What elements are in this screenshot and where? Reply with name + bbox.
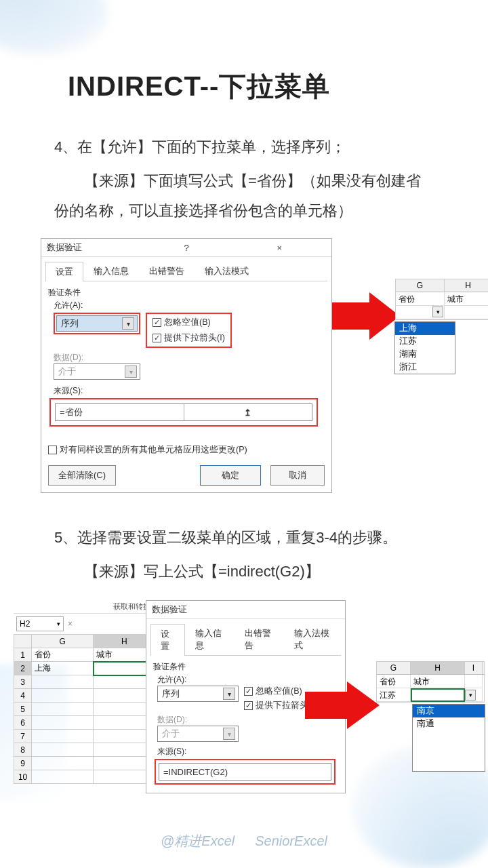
allow-select[interactable]: 序列 ▾ [157,686,239,702]
source-highlight: =INDIRECT(G2) [155,759,336,785]
checkbox-icon [48,446,57,454]
arrow-icon [332,292,400,340]
col-header: G [396,279,445,292]
col-header: I [465,662,483,674]
excel-preview-1: G H 省份 城市 ▾ 上海 江苏 湖南 浙江 [395,279,488,320]
step5-line2: 【来源】写上公式【=indirect(G2)】 [54,557,434,587]
dropdown-item[interactable]: 浙江 [395,361,455,374]
tab-ime[interactable]: 输入法模式 [195,261,259,281]
cell: 江苏 [377,688,411,702]
step4-line2: 【来源】下面填写公式【=省份】（如果没有创建省份的名称，可以直接选择省份包含的单… [54,166,434,226]
name-box[interactable]: H2▾ [16,616,64,631]
excel-mini: 获取和转换 H2▾ × GH 1省份城市 2上海 3 4 5 6 7 8 9 1… [14,600,156,784]
source-input[interactable]: =INDIRECT(G2) [159,763,331,781]
col-header: H [445,279,488,292]
source-highlight: =省份 ↥ [49,398,318,427]
tab-input-msg[interactable]: 输入信息 [83,261,139,281]
data-validation-dialog: 数据验证 ? × 设置 输入信息 出错警告 输入法模式 验证条件 允许(A): … [41,238,332,493]
dropdown-item[interactable]: 上海 [395,322,455,335]
close-icon[interactable]: × [233,243,326,253]
source-label: 来源(S): [54,385,325,397]
cancel-button[interactable]: 取消 [270,465,325,486]
cell [445,306,488,319]
tab-ime[interactable]: 输入法模式 [284,623,341,655]
tab-error-alert[interactable]: 出错警告 [235,623,284,655]
caret-icon: ▾ [122,317,134,330]
caret-icon: ▾ [57,620,60,627]
svg-marker-1 [305,682,380,729]
source-value: =INDIRECT(G2) [159,767,331,777]
dropdown-item[interactable]: 南京 [413,705,485,717]
ok-button[interactable]: 确定 [200,465,261,486]
checkbox-icon: ✓ [152,318,161,327]
data-select[interactable]: 介于▾ [157,726,239,742]
dropdown-item[interactable]: 南通 [413,717,485,730]
col-header: H [411,662,465,674]
cell[interactable]: 省份 [32,648,94,662]
show-dropdown-label: 提供下拉箭头(I) [164,332,225,344]
caret-icon: ▾ [125,366,137,378]
dropdown-item[interactable]: 湖南 [395,348,455,361]
cell[interactable]: 上海 [32,662,94,675]
svg-marker-0 [332,292,400,340]
excel-preview-2: G H I 省份 城市 江苏 ▾ 南京 南通 [376,661,485,703]
tab-input-msg[interactable]: 输入信息 [185,623,235,655]
data-label: 数据(D): [54,352,325,363]
ignore-blank-checkbox[interactable]: ✓ 忽略空值(B) [152,317,225,328]
ignore-blank-label: 忽略空值(B) [164,317,211,328]
group-label: 验证条件 [48,287,331,298]
allow-label: 允许(A): [54,300,325,311]
cell-header: 省份 [396,292,445,306]
step4-line1: 4、在【允许】下面的下拉菜单，选择序列； [54,132,434,162]
source-label: 来源(S): [157,746,338,757]
dropdown-arrow-icon[interactable]: ▾ [432,307,443,317]
dropdown-cell[interactable]: ▾ [411,688,465,702]
step5-line1: 5、选择需要设置二级菜单的区域，重复3-4的步骤。 [54,523,434,553]
tab-settings[interactable]: 设置 [150,624,185,656]
ribbon-group-label: 获取和转换 [14,600,156,614]
cell-header: 城市 [411,675,465,688]
allow-value: 序列 [162,688,180,700]
clear-all-button[interactable]: 全部清除(C) [48,465,116,486]
help-icon[interactable]: ? [140,243,232,253]
tab-error-alert[interactable]: 出错警告 [139,261,195,281]
footer-watermark: @精进ExcelSeniorExcel [0,832,488,850]
dropdown-arrow-icon[interactable]: ▾ [465,690,476,701]
close-icon[interactable]: × [68,619,73,629]
show-dropdown-checkbox[interactable]: ✓ 提供下拉箭头(I) [152,332,225,344]
group-label: 验证条件 [153,661,345,673]
dialog-title-text: 数据验证 [152,604,340,616]
allow-select[interactable]: 序列 ▾ [56,315,138,332]
caret-icon: ▾ [223,688,235,700]
dialog-title-text: 数据验证 [47,241,140,254]
dialog-titlebar: 数据验证 ? × [41,239,331,257]
source-value: =省份 [56,406,184,418]
col-header: G [377,662,411,674]
dropdown-item[interactable]: 江苏 [395,335,455,348]
checkbox-icon: ✓ [152,334,161,342]
arrow-icon [305,682,380,729]
dropdown-list[interactable]: 上海 江苏 湖南 浙江 [394,321,455,374]
allow-value: 序列 [61,317,79,330]
checkbox-highlight: ✓ 忽略空值(B) ✓ 提供下拉箭头(I) [146,313,232,348]
data-select[interactable]: 介于 ▾ [54,363,140,380]
cell-header: 省份 [377,675,411,688]
tab-settings[interactable]: 设置 [45,262,83,281]
data-value: 介于 [58,366,76,378]
worksheet-grid[interactable]: GH 1省份城市 2上海 3 4 5 6 7 8 9 10 [14,634,156,784]
dialog-tabs: 设置 输入信息 出错警告 输入法模式 [45,261,327,281]
page-title: INDIRECT--下拉菜单 [68,68,461,105]
cell-header: 城市 [445,292,488,306]
apply-others-label: 对有同样设置的所有其他单元格应用这些更改(P) [60,444,247,456]
allow-highlight: 序列 ▾ [54,313,140,334]
dropdown-list[interactable]: 南京 南通 [412,704,485,772]
source-input[interactable]: =省份 ↥ [55,403,312,421]
dropdown-cell[interactable]: ▾ [396,306,445,319]
ref-button-icon[interactable]: ↥ [184,404,312,420]
apply-others-checkbox[interactable]: 对有同样设置的所有其他单元格应用这些更改(P) [48,444,325,456]
